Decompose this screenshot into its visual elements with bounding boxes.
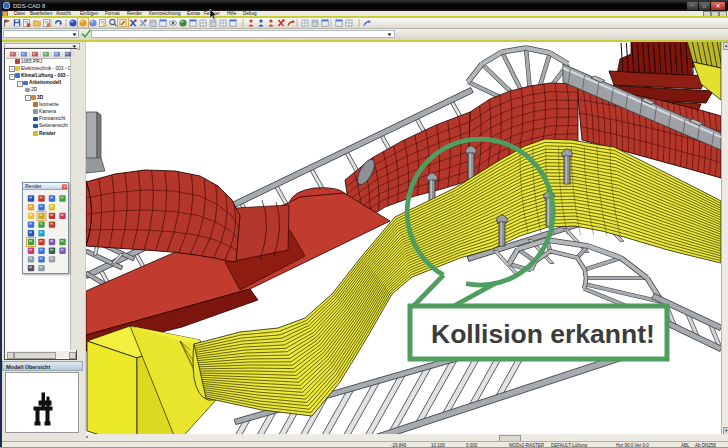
svg-text:Kollision erkannt!: Kollision erkannt!	[431, 319, 655, 349]
